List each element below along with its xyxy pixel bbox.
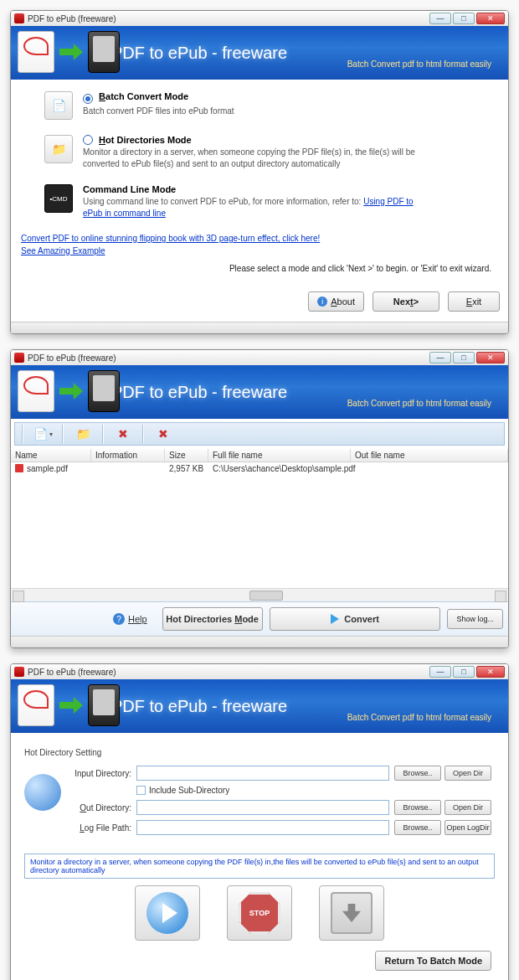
pdf-logo-icon xyxy=(18,370,54,412)
col-outname[interactable]: Out file name xyxy=(351,449,508,462)
mode-batch-convert[interactable]: 📄 Batch Convert Mode Batch convert PDF f… xyxy=(44,91,496,120)
table-row[interactable]: sample.pdf 2,957 KB C:\Users\achance\Des… xyxy=(11,462,508,475)
example-link[interactable]: See Amazing Example xyxy=(21,246,496,255)
radio-hotdir[interactable] xyxy=(83,135,93,145)
close-button[interactable]: ✕ xyxy=(476,666,505,678)
grid-header: Name Information Size Full file name Out… xyxy=(11,449,508,462)
col-fullname[interactable]: Full file name xyxy=(208,449,351,462)
maximize-button[interactable]: □ xyxy=(453,352,475,364)
horizontal-scrollbar[interactable] xyxy=(11,588,508,601)
include-subdir-option[interactable]: Include Sub-Directory xyxy=(136,786,229,795)
window-batch-convert: PDF to ePub (freeware) — □ ✕ PDF to ePub… xyxy=(10,349,509,648)
log-path-field[interactable] xyxy=(136,820,389,835)
exit-button[interactable]: Exit xyxy=(448,291,500,312)
arrow-icon xyxy=(59,44,83,60)
col-info[interactable]: Information xyxy=(91,449,165,462)
banner-title: PDF to ePub - freeware xyxy=(111,383,287,402)
arrow-icon xyxy=(59,383,83,400)
flipbook-link[interactable]: Convert PDF to online stunning flipping … xyxy=(21,234,496,243)
titlebar[interactable]: PDF to ePub (freeware) — □ ✕ xyxy=(11,11,508,26)
titlebar[interactable]: PDF to ePub (freeware) — □ ✕ xyxy=(11,350,508,365)
input-directory-field[interactable] xyxy=(136,766,389,781)
checkbox-subdir[interactable] xyxy=(136,786,146,795)
start-button[interactable] xyxy=(135,885,200,941)
close-button[interactable]: ✕ xyxy=(476,352,505,364)
hot-directories-mode-button[interactable]: Hot Directories Mode xyxy=(162,607,263,631)
banner-subtitle: Batch Convert pdf to html format easily xyxy=(347,59,491,69)
open-log-dir-button[interactable]: Open LogDir xyxy=(444,820,491,835)
open-out-dir-button[interactable]: Open Dir xyxy=(444,800,491,815)
titlebar[interactable]: PDF to ePub (freeware) — □ ✕ xyxy=(11,664,508,679)
pdf-logo-icon xyxy=(18,31,54,73)
browse-out-button[interactable]: Browse.. xyxy=(394,800,441,815)
window-mode-select: PDF to ePub (freeware) — □ ✕ PDF to ePub… xyxy=(10,10,509,334)
pdf-logo-icon xyxy=(18,684,54,726)
output-button[interactable] xyxy=(319,885,384,941)
app-icon xyxy=(14,667,24,677)
help-link[interactable]: ?Help xyxy=(113,613,147,625)
minimize-button[interactable]: — xyxy=(429,13,451,24)
batch-mode-desc: Batch convert PDF files into ePub format xyxy=(83,106,434,117)
ebook-logo-icon xyxy=(88,684,120,726)
stop-icon: STOP xyxy=(239,892,280,934)
close-button[interactable]: ✕ xyxy=(476,13,505,24)
convert-button[interactable]: Convert xyxy=(270,607,441,631)
label-out-dir: Out Directory: xyxy=(69,803,136,812)
grid-body[interactable]: sample.pdf 2,957 KB C:\Users\achance\Des… xyxy=(11,462,508,588)
cmd-mode-icon: •CMD xyxy=(44,184,73,213)
info-icon: i xyxy=(317,297,327,307)
next-button[interactable]: Next> xyxy=(373,291,439,312)
label-input-dir: Input Directory: xyxy=(69,769,136,778)
browse-log-button[interactable]: Browse.. xyxy=(394,820,441,835)
minimize-button[interactable]: — xyxy=(429,666,451,678)
play-circle-icon xyxy=(146,892,188,934)
tools-button[interactable]: ✖ xyxy=(152,425,174,443)
hot-dir-mode-icon: 📁 xyxy=(44,135,73,163)
mode-command-line: •CMD Command Line Mode Using command lin… xyxy=(44,184,496,219)
col-size[interactable]: Size xyxy=(165,449,208,462)
maximize-button[interactable]: □ xyxy=(453,666,475,678)
instruction-text: Please select a mode and click 'Next >' … xyxy=(44,264,491,273)
stop-button[interactable]: STOP xyxy=(227,885,292,941)
pdf-file-icon xyxy=(15,464,23,472)
add-folder-button[interactable]: 📁 xyxy=(72,425,94,443)
globe-icon xyxy=(24,774,61,811)
show-log-button[interactable]: Show log... xyxy=(447,609,503,629)
label-log-path: Log File Path: xyxy=(69,823,136,833)
about-button[interactable]: iAbout xyxy=(308,291,364,312)
section-label: Hot Directory Setting xyxy=(24,748,495,757)
banner: PDF to ePub - freeware Batch Convert pdf… xyxy=(11,365,508,419)
cell-size: 2,957 KB xyxy=(165,462,208,475)
title: PDF to ePub (freeware) xyxy=(28,14,116,23)
ebook-logo-icon xyxy=(88,370,120,412)
browse-input-button[interactable]: Browse.. xyxy=(394,766,441,781)
return-batch-mode-button[interactable]: Return To Batch Mode xyxy=(375,951,491,971)
title: PDF to ePub (freeware) xyxy=(28,668,116,677)
out-directory-field[interactable] xyxy=(136,800,389,815)
banner-title: PDF to ePub - freeware xyxy=(111,44,287,63)
hotdir-mode-desc: Monitor a directory in a server, when so… xyxy=(83,147,434,169)
monitor-note: Monitor a directory in a server, when so… xyxy=(24,854,495,879)
cell-outname xyxy=(351,462,508,475)
cell-name: sample.pdf xyxy=(27,464,68,473)
play-icon xyxy=(331,614,339,624)
banner: PDF to ePub - freeware Batch Convert pdf… xyxy=(11,26,508,80)
batch-mode-icon: 📄 xyxy=(44,91,73,120)
minimize-button[interactable]: — xyxy=(429,352,451,364)
radio-batch[interactable] xyxy=(83,94,93,104)
open-input-dir-button[interactable]: Open Dir xyxy=(444,766,491,781)
add-file-button[interactable]: 📄 xyxy=(32,425,54,443)
banner-subtitle: Batch Convert pdf to html format easily xyxy=(347,399,491,408)
remove-button[interactable]: ✖ xyxy=(112,425,134,443)
statusbar xyxy=(11,322,508,333)
download-icon xyxy=(331,892,373,934)
col-name[interactable]: Name xyxy=(11,449,91,462)
banner-title: PDF to ePub - freeware xyxy=(111,697,287,716)
app-icon xyxy=(14,353,24,363)
statusbar xyxy=(11,636,508,647)
banner-subtitle: Batch Convert pdf to html format easily xyxy=(347,713,491,722)
cell-info xyxy=(91,462,165,475)
maximize-button[interactable]: □ xyxy=(453,13,475,24)
mode-hot-directories[interactable]: 📁 Hot Directories Mode Monitor a directo… xyxy=(44,135,496,169)
window-hot-directory: PDF to ePub (freeware) — □ ✕ PDF to ePub… xyxy=(10,663,509,980)
